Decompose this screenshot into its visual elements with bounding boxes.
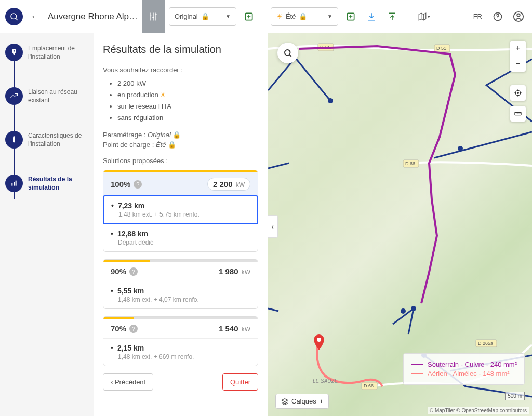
help-button[interactable] — [489, 8, 506, 25]
step-label: Liaison au réseau existant — [28, 87, 88, 104]
step-label: Résultats de la simulation — [28, 175, 88, 192]
charge-dropdown-label: Été — [286, 12, 296, 20]
legend-swatch — [411, 373, 423, 374]
power-value: 2 200 kW — [207, 178, 250, 191]
map-attribution: © MapTiler © OpenStreetMap contributors — [428, 407, 529, 414]
step-label: Emplacement de l'installation — [28, 44, 88, 61]
distance: 7,23 km — [111, 202, 250, 210]
distance: 2,15 km — [111, 344, 250, 352]
card-header[interactable]: 100% ? 2 200 kW — [103, 172, 258, 196]
svg-rect-8 — [11, 183, 12, 186]
step-results[interactable]: Résultats de la simulation — [5, 175, 88, 192]
layers-button[interactable]: Calques + — [275, 394, 329, 409]
map[interactable]: D 51 D 51 D 66 D 265a D 66 ‹ — [268, 33, 532, 416]
account-button[interactable] — [510, 8, 527, 25]
locate-button[interactable] — [510, 85, 526, 101]
card-header[interactable]: 70% ? 1 540 kW — [103, 319, 258, 338]
zoom-controls: + − — [510, 41, 526, 72]
percentage: 70% — [111, 324, 126, 333]
sun-icon: ☀ — [160, 91, 166, 99]
intro-text: Vous souhaitez raccorder : — [103, 66, 258, 74]
step-location[interactable]: Emplacement de l'installation — [5, 44, 88, 61]
bullet-mode: en production ☀ — [117, 89, 258, 101]
zoom-out-button[interactable]: − — [510, 56, 526, 72]
map-legend: Souterrain - Cuivre - 240 mm² Aérien - A… — [403, 353, 525, 385]
svg-point-5 — [517, 14, 520, 17]
app-logo[interactable] — [5, 8, 23, 25]
legend-row-aerial: Aérien - Almélec - 148 mm² — [411, 370, 517, 378]
add-param-button[interactable] — [241, 8, 257, 25]
bullet-power: 2 200 kW — [117, 78, 258, 89]
percentage: 100% — [111, 180, 130, 189]
map-search-button[interactable] — [277, 43, 298, 63]
stepper-sidebar: Emplacement de l'installation Liaison au… — [0, 33, 94, 416]
svg-rect-10 — [16, 181, 17, 186]
previous-button[interactable]: ‹ Précédent — [103, 373, 153, 391]
svg-text:D 51: D 51 — [436, 46, 446, 51]
language-switch[interactable]: FR — [470, 12, 485, 20]
param-dropdown[interactable]: Original 🔒 ▼ — [169, 7, 236, 26]
param-dropdown-label: Original — [175, 12, 198, 20]
solution-row[interactable]: 2,15 km 1,48 km ext. + 669 m renfo. — [103, 338, 258, 366]
legend-label: Souterrain - Cuivre - 240 mm² — [428, 360, 517, 368]
download-button[interactable] — [363, 8, 380, 25]
svg-rect-6 — [13, 137, 15, 143]
step-characteristics[interactable]: Caractéristiques de l'installation — [5, 131, 88, 149]
zoom-in-button[interactable]: + — [510, 41, 526, 56]
measure-button[interactable] — [510, 106, 526, 122]
panel-heading: Résultats de la simulation — [103, 44, 258, 56]
plus-icon: + — [320, 397, 324, 405]
svg-point-27 — [285, 50, 290, 56]
svg-point-29 — [517, 92, 519, 94]
legend-swatch — [411, 364, 423, 365]
config-icon-button[interactable] — [142, 0, 165, 33]
svg-point-26 — [317, 338, 321, 342]
help-icon[interactable]: ? — [129, 325, 138, 333]
characteristics-icon — [5, 131, 23, 149]
svg-rect-7 — [14, 136, 15, 137]
step-label: Caractéristiques de l'installation — [28, 131, 88, 148]
card-header[interactable]: 90% ? 1 980 kW — [103, 262, 258, 281]
distance: 12,88 km — [111, 230, 250, 238]
basemap-button[interactable]: ▾ — [416, 8, 432, 25]
solution-row[interactable]: 12,88 km Départ dédié — [103, 224, 258, 251]
solution-row[interactable]: 5,55 km 1,48 km ext. + 4,07 km renfo. — [103, 281, 258, 308]
distance-detail: 1,48 km ext. + 4,07 km renfo. — [111, 296, 250, 303]
svg-point-24 — [411, 306, 416, 311]
legend-label: Aérien - Almélec - 148 mm² — [428, 370, 510, 378]
bullet-regulation: sans régulation — [117, 112, 258, 124]
locate-control — [510, 85, 526, 101]
distance-detail: 1,48 km ext. + 669 m renfo. — [111, 353, 250, 360]
step-liaison[interactable]: Liaison au réseau existant — [5, 87, 88, 105]
layers-label: Calques — [291, 397, 316, 405]
lock-icon: 🔒 — [201, 12, 209, 20]
back-button[interactable]: ← — [27, 10, 44, 22]
results-icon — [5, 175, 23, 192]
place-label: LE SAUZE — [313, 378, 338, 384]
lock-icon: 🔒 — [299, 12, 307, 20]
charge-dropdown[interactable]: ☀ Été 🔒 ▼ — [271, 7, 338, 26]
page-title: Auvergne Rhone Alp… — [48, 11, 138, 22]
results-panel: Résultats de la simulation Vous souhaite… — [94, 33, 268, 416]
upload-button[interactable] — [384, 8, 401, 25]
help-icon[interactable]: ? — [129, 267, 138, 276]
svg-point-23 — [401, 308, 406, 314]
percentage: 90% — [111, 267, 126, 276]
quit-button[interactable]: Quitter — [222, 373, 258, 391]
help-icon[interactable]: ? — [134, 180, 142, 189]
solution-card-90: 90% ? 1 980 kW 5,55 km 1,48 km ext. + 4,… — [103, 259, 258, 309]
svg-rect-9 — [14, 182, 15, 185]
bullet-network: sur le réseau HTA — [117, 101, 258, 112]
charge-line: Point de charge : Été 🔒 — [103, 141, 258, 149]
liaison-icon — [5, 87, 23, 105]
power-value: 1 980 kW — [219, 267, 250, 276]
map-scale: 500 m — [505, 392, 525, 400]
add-charge-button[interactable] — [342, 8, 359, 25]
location-icon — [5, 44, 23, 61]
chevron-down-icon: ▼ — [327, 14, 332, 19]
collapse-panel-button[interactable]: ‹ — [268, 215, 278, 238]
chevron-down-icon: ▼ — [225, 14, 231, 19]
sun-icon: ☀ — [276, 12, 283, 20]
svg-point-0 — [11, 14, 17, 19]
solution-row[interactable]: 7,23 km 1,48 km ext. + 5,75 km renfo. — [103, 195, 258, 224]
